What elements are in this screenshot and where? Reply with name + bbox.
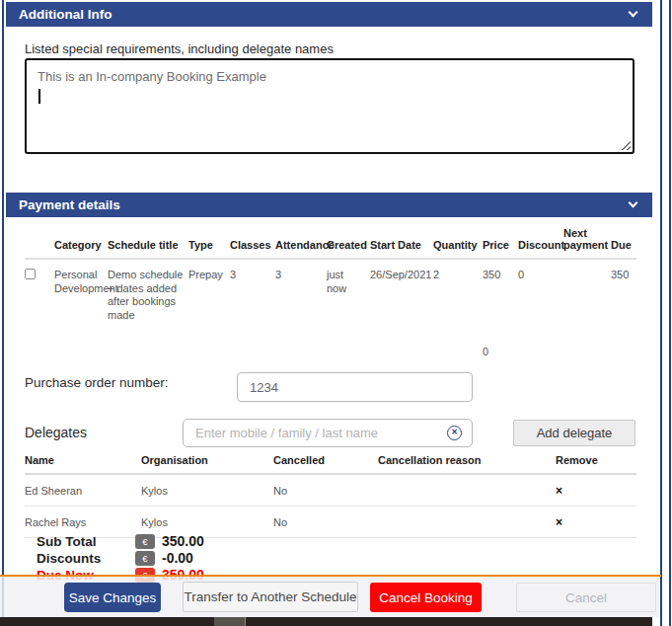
subtotal-label: Sub Total bbox=[37, 534, 135, 549]
col-next-payment: Next payment bbox=[563, 227, 611, 259]
cell-attendance: 3 bbox=[275, 259, 327, 322]
transfer-schedule-button[interactable]: Transfer to Another Schedule bbox=[183, 582, 358, 612]
delegate-name: Ed Sheeran bbox=[25, 474, 141, 507]
modal-right-border bbox=[660, 0, 662, 626]
cell-discount: 0 bbox=[518, 259, 563, 322]
delegates-table: Name Organisation Cancelled Cancellation… bbox=[25, 450, 636, 538]
clear-search-icon[interactable]: ✕ bbox=[447, 426, 462, 440]
col-due: Due bbox=[611, 227, 636, 259]
col-category: Category bbox=[54, 227, 108, 259]
special-requirements-label: Listed special requirements, including d… bbox=[25, 41, 334, 56]
add-delegate-button[interactable]: Add delegate bbox=[513, 420, 635, 446]
delegates-header-row: Name Organisation Cancelled Cancellation… bbox=[25, 450, 636, 474]
horizontal-scrollbar[interactable] bbox=[0, 617, 652, 626]
row-checkbox[interactable] bbox=[25, 269, 36, 279]
col-name: Name bbox=[25, 450, 141, 474]
subtotal-value: 350.00 bbox=[162, 533, 204, 549]
payment-details-title: Payment details bbox=[19, 197, 120, 212]
delegate-cancelled: No bbox=[273, 507, 378, 538]
cell-next-payment bbox=[563, 259, 611, 322]
purchase-order-label: Purchase order number: bbox=[25, 375, 169, 390]
remove-delegate-icon[interactable]: × bbox=[556, 515, 562, 529]
cell-classes: 3 bbox=[230, 259, 275, 322]
payment-table-row: Personal Development Demo schedule + dat… bbox=[25, 259, 636, 322]
chevron-down-icon[interactable] bbox=[629, 198, 638, 208]
col-quantity: Quantity bbox=[433, 227, 483, 259]
col-discount: Discount bbox=[518, 227, 563, 259]
cell-created: just now bbox=[327, 259, 370, 322]
additional-info-title: Additional Info bbox=[19, 7, 112, 22]
col-price: Price bbox=[483, 227, 518, 259]
cancel-booking-button[interactable]: Cancel Booking bbox=[370, 583, 482, 612]
subtotal-row: Sub Total € 350.00 bbox=[37, 533, 204, 549]
cell-start-date: 26/Sep/2021 bbox=[370, 259, 433, 322]
delegate-search-input[interactable] bbox=[183, 419, 473, 447]
cell-quantity: 2 bbox=[433, 259, 483, 322]
col-cancellation-reason: Cancellation reason bbox=[378, 450, 556, 474]
delegate-organisation: Kylos bbox=[141, 474, 273, 507]
col-checkbox bbox=[25, 227, 54, 259]
col-type: Type bbox=[188, 227, 230, 259]
additional-info-header[interactable]: Additional Info bbox=[6, 2, 652, 27]
euro-badge-icon: € bbox=[135, 551, 155, 566]
payment-table: Category Schedule title Type Classes Att… bbox=[25, 227, 636, 322]
cancel-button[interactable]: Cancel bbox=[516, 583, 656, 612]
discounts-row: Discounts € -0.00 bbox=[37, 550, 204, 566]
modal-left-border bbox=[2, 0, 4, 617]
page-right-border bbox=[669, 0, 671, 626]
col-remove: Remove bbox=[556, 450, 636, 474]
cell-schedule-title: Demo schedule + dates added after bookin… bbox=[108, 259, 188, 322]
text-cursor bbox=[38, 89, 40, 104]
col-organisation: Organisation bbox=[141, 450, 273, 474]
euro-badge-icon: € bbox=[135, 534, 155, 549]
delegate-row: Ed Sheeran Kylos No × bbox=[25, 474, 636, 507]
resize-handle-icon[interactable] bbox=[620, 139, 631, 150]
save-changes-button[interactable]: Save Changes bbox=[64, 583, 161, 612]
delegate-cancellation-reason bbox=[378, 507, 556, 538]
cell-category: Personal Development bbox=[54, 259, 108, 322]
remove-delegate-icon[interactable]: × bbox=[556, 484, 562, 498]
cell-due: 350 bbox=[611, 259, 636, 322]
chevron-down-icon[interactable] bbox=[629, 8, 638, 18]
col-cancelled: Cancelled bbox=[273, 450, 378, 474]
purchase-order-input[interactable] bbox=[237, 372, 473, 402]
col-attendance: Attendance bbox=[275, 227, 327, 259]
footer-bar: Save Changes Transfer to Another Schedul… bbox=[0, 577, 659, 617]
table-summary-value: 0 bbox=[483, 346, 488, 357]
cell-price: 350 bbox=[483, 259, 518, 322]
special-requirements-textarea[interactable]: This is an In-company Booking Example bbox=[25, 58, 635, 154]
col-classes: Classes bbox=[230, 227, 275, 259]
discounts-label: Discounts bbox=[37, 551, 135, 566]
delegates-label: Delegates bbox=[25, 425, 87, 440]
col-schedule-title: Schedule title bbox=[108, 227, 188, 259]
cell-type: Prepay bbox=[188, 259, 230, 322]
discounts-value: -0.00 bbox=[162, 550, 193, 566]
scrollbar-thumb[interactable] bbox=[214, 617, 246, 626]
special-requirements-text: This is an In-company Booking Example bbox=[37, 69, 266, 84]
payment-table-header-row: Category Schedule title Type Classes Att… bbox=[25, 227, 636, 259]
col-start-date: Start Date bbox=[370, 227, 433, 259]
col-created: Created bbox=[327, 227, 370, 259]
payment-details-header[interactable]: Payment details bbox=[6, 193, 652, 217]
delegate-cancelled: No bbox=[273, 474, 378, 507]
delegate-search: ✕ bbox=[183, 419, 473, 447]
delegate-cancellation-reason bbox=[378, 474, 556, 507]
